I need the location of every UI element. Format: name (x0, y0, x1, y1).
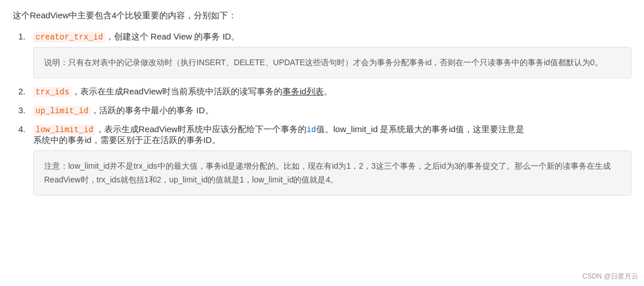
desc-4-after: 值。low_limit_id 是系统最大的事务id值，这里要注意是 (316, 124, 524, 135)
desc-4-code: id (307, 125, 316, 134)
list-item-2: 2. trx_ids ，表示在生成ReadView时当前系统中活跃的读写事务的 … (18, 86, 631, 97)
desc-3: ，活跃的事务中最小的事务 ID。 (91, 105, 213, 116)
term-trx-ids: trx_ids (33, 87, 72, 97)
term-low-limit-id: low_limit_id (33, 125, 96, 135)
desc-2-underline: 事务id列表 (282, 86, 324, 97)
note-box-1: 说明：只有在对表中的记录做改动时（执行INSERT、DELETE、UPDATE这… (33, 47, 631, 78)
list-item-4-row: 4. low_limit_id ，表示生成ReadView时系统中应该分配给下一… (18, 124, 631, 146)
term-creator-trx-id: creator_trx_id (33, 32, 105, 42)
list-item-3: 3. up_limit_id ，活跃的事务中最小的事务 ID。 (18, 105, 631, 116)
desc-1: ，创建这个 Read View 的事务 ID。 (105, 31, 240, 42)
desc-2-after: 。 (324, 86, 332, 97)
term-up-limit-id: up_limit_id (33, 106, 91, 116)
note-box-4: 注意：low_limit_id并不是trx_ids中的最大值，事务id是递增分配… (33, 150, 631, 196)
list-number-1: 1. (18, 31, 33, 41)
list-number-3: 3. (18, 105, 33, 115)
list-number-2: 2. (18, 86, 33, 96)
list-item-3-row: 3. up_limit_id ，活跃的事务中最小的事务 ID。 (18, 105, 631, 116)
desc-2-before: ，表示在生成ReadView时当前系统中活跃的读写事务的 (72, 86, 282, 97)
list-item-1-row: 1. creator_trx_id ，创建这个 Read View 的事务 ID… (18, 31, 631, 42)
desc-4-before: ，表示生成ReadView时系统中应该分配给下一个事务的 (96, 124, 307, 135)
watermark: CSDN @日星月云 (582, 272, 638, 281)
list-container: 1. creator_trx_id ，创建这个 Read View 的事务 ID… (13, 31, 631, 196)
list-number-4: 4. (18, 124, 33, 134)
desc-4-line2: 系统中的事务id，需要区别于正在活跃的事务ID。 (18, 135, 631, 146)
intro-text: 这个ReadView中主要包含4个比较重要的内容，分别如下： (13, 10, 631, 21)
list-item-4: 4. low_limit_id ，表示生成ReadView时系统中应该分配给下一… (18, 124, 631, 196)
list-item-1: 1. creator_trx_id ，创建这个 Read View 的事务 ID… (18, 31, 631, 78)
list-item-2-row: 2. trx_ids ，表示在生成ReadView时当前系统中活跃的读写事务的 … (18, 86, 631, 97)
